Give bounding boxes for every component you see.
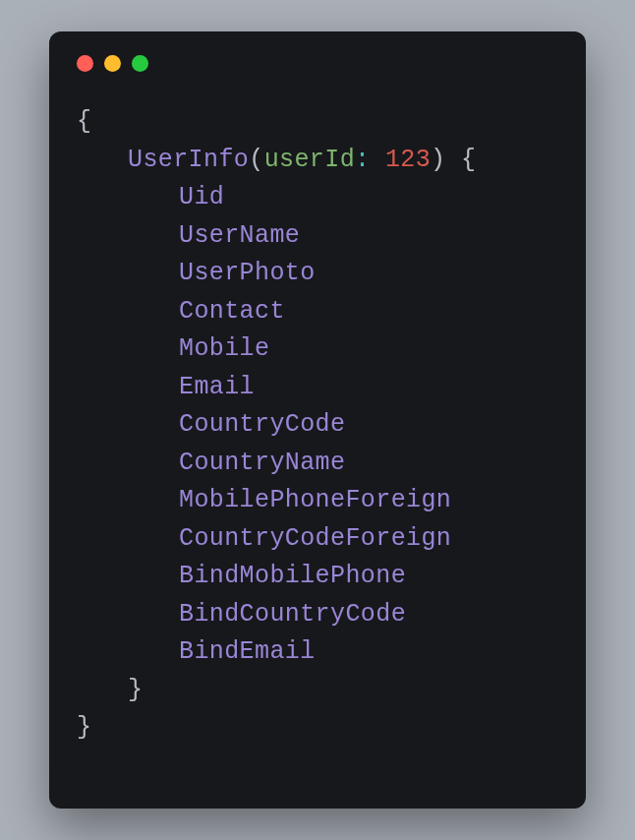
close-icon[interactable]: [77, 55, 93, 72]
field-name: UserName: [179, 221, 300, 250]
field-name: CountryCode: [179, 410, 345, 439]
field-name: Uid: [179, 183, 224, 211]
field-name: Mobile: [179, 334, 269, 363]
field-name: Email: [179, 373, 255, 401]
minimize-icon[interactable]: [104, 55, 121, 72]
param-name: userId: [264, 146, 355, 174]
field-name: UserPhoto: [179, 259, 316, 287]
inner-brace-close: }: [128, 676, 143, 704]
inner-brace-open: {: [461, 146, 476, 174]
code-window: {UserInfo(userId: 123) {UidUserNameUserP…: [49, 31, 586, 809]
field-name: BindMobilePhone: [179, 562, 406, 590]
code-block: {UserInfo(userId: 123) {UidUserNameUserP…: [77, 103, 558, 748]
paren-open: (: [249, 146, 263, 174]
call-name: UserInfo: [128, 146, 249, 174]
maximize-icon[interactable]: [132, 55, 148, 72]
field-name: Contact: [179, 297, 285, 326]
space: [446, 146, 461, 174]
field-name: BindCountryCode: [179, 600, 406, 629]
field-name: CountryName: [179, 449, 345, 477]
field-name: MobilePhoneForeign: [179, 486, 451, 514]
field-name: BindEmail: [179, 637, 316, 666]
paren-close: ): [431, 146, 445, 174]
space: [370, 146, 384, 174]
field-name: CountryCodeForeign: [179, 524, 451, 553]
brace-open: {: [77, 107, 91, 136]
traffic-lights: [77, 55, 558, 72]
colon: :: [355, 146, 370, 174]
param-value: 123: [385, 146, 431, 174]
brace-close: }: [77, 713, 91, 742]
